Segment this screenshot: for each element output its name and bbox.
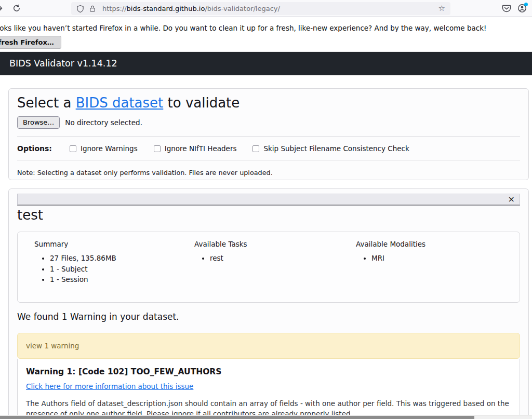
modalities-list: MRI [356, 253, 425, 264]
browser-toolbar: https://bids-standard.github.io/bids-val… [0, 0, 532, 17]
option-ignore-warnings: Ignore Warnings [70, 144, 138, 153]
options-label: Options: [17, 144, 52, 153]
divider [17, 136, 520, 137]
refresh-firefox-button[interactable]: Refresh Firefox… [0, 36, 61, 49]
skip-consistency-checkbox[interactable] [252, 145, 259, 152]
tasks-list: rest [194, 253, 356, 264]
notification-dot [524, 3, 528, 6]
summary-title: Summary [34, 240, 194, 248]
browse-button[interactable]: Browse… [17, 116, 60, 129]
dataset-name: test [17, 207, 520, 223]
summary-box: Summary 27 Files, 135.86MB 1 - Subject 1… [17, 232, 520, 303]
list-item: 27 Files, 135.86MB [50, 253, 194, 264]
file-picker-row: Browse… No directory selected. [17, 116, 520, 129]
options-row: Options: Ignore Warnings Ignore NIfTI He… [17, 144, 520, 153]
url-path: /bids-validator/legacy/ [205, 5, 280, 12]
scrollbar-thumb[interactable] [0, 416, 474, 419]
option-label: Ignore NIfTI Headers [165, 144, 237, 153]
list-item: 1 - Subject [50, 264, 194, 275]
modalities-title: Available Modalities [356, 240, 425, 248]
list-item: rest [210, 253, 356, 264]
tasks-title: Available Tasks [194, 240, 356, 248]
ignore-nifti-checkbox[interactable] [154, 145, 161, 152]
refresh-label-part: fresh Firefox… [0, 38, 54, 46]
ignore-warnings-checkbox[interactable] [70, 145, 76, 152]
warning-title: Warning 1: [Code 102] TOO_FEW_AUTHORS [26, 367, 511, 376]
list-item: MRI [371, 253, 425, 264]
notification-message: ooks like you haven’t started Firefox in… [0, 24, 486, 32]
tasks-column: Available Tasks rest [194, 240, 356, 292]
url-bar[interactable]: https://bids-standard.github.io/bids-val… [71, 2, 450, 15]
summary-list: 27 Files, 135.86MB 1 - Subject 1 - Sessi… [34, 253, 194, 285]
forward-icon[interactable] [0, 4, 4, 12]
warning-detail: Warning 1: [Code 102] TOO_FEW_AUTHORS Cl… [17, 359, 520, 419]
heading-text: Select a [17, 95, 76, 111]
option-ignore-nifti: Ignore NIfTI Headers [154, 144, 237, 153]
close-icon[interactable]: × [508, 194, 515, 205]
no-directory-text: No directory selected. [65, 118, 142, 127]
reload-icon[interactable] [12, 4, 21, 12]
bookmark-star-icon[interactable]: ☆ [438, 5, 445, 12]
dataset-selector-panel: Select a BIDS dataset to validate Browse… [8, 88, 529, 180]
found-warning-text: We found 1 Warning in your dataset. [17, 312, 520, 322]
url-domain: bids-standard.github.io [127, 5, 205, 12]
dismissable-bar: × [17, 194, 520, 206]
modalities-column: Available Modalities MRI [356, 240, 425, 292]
refresh-notification-bar: ooks like you haven’t started Firefox in… [0, 17, 532, 51]
summary-column: Summary 27 Files, 135.86MB 1 - Subject 1… [34, 240, 194, 292]
option-skip-consistency: Skip Subject Filename Consistency Check [252, 144, 409, 153]
url-text: https://bids-standard.github.io/bids-val… [102, 5, 438, 12]
results-panel: × test Summary 27 Files, 135.86MB 1 - Su… [8, 188, 529, 419]
pocket-icon[interactable] [502, 4, 511, 13]
shield-icon[interactable] [76, 5, 84, 13]
view-warning-toggle[interactable]: view 1 warning [17, 333, 520, 359]
url-protocol: https:// [102, 5, 127, 12]
warning-info-link[interactable]: Click here for more information about th… [26, 382, 193, 390]
validation-note: Note: Selecting a dataset only performs … [17, 169, 520, 177]
list-item: 1 - Session [50, 274, 194, 285]
selector-heading: Select a BIDS dataset to validate [17, 95, 520, 111]
lock-icon[interactable] [89, 5, 96, 12]
account-icon[interactable] [517, 4, 527, 15]
option-label: Skip Subject Filename Consistency Check [263, 144, 409, 153]
app-title: BIDS Validator v1.14.12 [9, 58, 117, 69]
bids-dataset-link[interactable]: BIDS dataset [76, 95, 164, 111]
heading-text: to validate [163, 95, 240, 111]
divider [17, 160, 520, 160]
horizontal-scrollbar[interactable] [0, 415, 532, 419]
option-label: Ignore Warnings [81, 144, 138, 153]
app-header: BIDS Validator v1.14.12 [0, 52, 532, 75]
